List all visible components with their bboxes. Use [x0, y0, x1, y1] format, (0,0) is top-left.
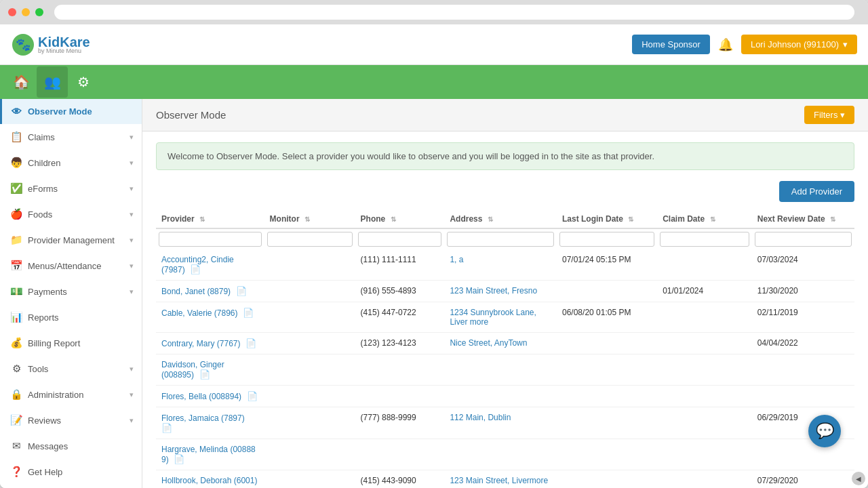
home-nav-button[interactable]: 🏠: [5, 66, 37, 98]
filters-button[interactable]: Filters ▾: [804, 106, 854, 124]
sidebar-item-eforms[interactable]: ✅ eForms ▾: [0, 176, 142, 201]
table-row: Cable, Valerie (7896) 📄(415) 447-0722123…: [156, 302, 854, 333]
claim-date-cell: [657, 354, 752, 386]
table-row: Bond, Janet (8879) 📄(916) 555-4893123 Ma…: [156, 281, 854, 302]
observer-mode-alert: Welcome to Observer Mode. Select a provi…: [156, 142, 854, 170]
address-link[interactable]: Nice Street, AnyTown: [450, 338, 527, 348]
sidebar-item-get-help[interactable]: ❓ Get Help: [0, 459, 142, 485]
col-address[interactable]: Address ⇅: [444, 210, 557, 228]
provider-link[interactable]: Bond, Janet (8879): [161, 287, 231, 296]
tools-icon: ⚙: [10, 363, 22, 375]
main-layout: 👁 Observer Mode 📋 Claims ▾ 👦 Children ▾ …: [0, 99, 868, 488]
sidebar-item-payments[interactable]: 💵 Payments ▾: [0, 279, 142, 304]
payments-icon: 💵: [10, 285, 22, 298]
close-dot[interactable]: [8, 8, 16, 16]
last-login-cell: 07/01/24 05:15 PM: [557, 249, 657, 281]
people-nav-button[interactable]: 👥: [37, 66, 68, 98]
user-dropdown-button[interactable]: Lori Johnson (991100) ▾: [741, 35, 857, 54]
col-monitor[interactable]: Monitor ⇅: [264, 210, 355, 228]
add-provider-button[interactable]: Add Provider: [779, 181, 854, 202]
nav-icons-bar: 🏠 👥 ⚙: [0, 65, 868, 99]
phone-cell: [355, 386, 445, 407]
sidebar-item-provider-management[interactable]: 📁 Provider Management ▾: [0, 227, 142, 253]
claim-date-cell: [657, 386, 752, 407]
filter-provider-input[interactable]: [159, 232, 262, 247]
sidebar-item-label: Reviews: [28, 415, 61, 426]
content-area: Observer Mode Filters ▾ Welcome to Obser…: [142, 99, 868, 488]
provider-link[interactable]: Cable, Valerie (7896): [161, 308, 238, 318]
filter-phone-input[interactable]: [358, 232, 442, 247]
table-row: Flores, Bella (008894) 📄: [156, 386, 854, 407]
document-icon: 📄: [233, 286, 247, 296]
monitor-cell: [264, 354, 355, 386]
reviews-icon: 📝: [10, 414, 22, 426]
phone-cell: [355, 354, 445, 386]
last-login-cell: 06/08/20 01:05 PM: [557, 302, 657, 333]
settings-nav-button[interactable]: ⚙: [68, 66, 99, 98]
filter-next-review-input[interactable]: [755, 232, 852, 247]
menus-icon: 📅: [10, 260, 22, 272]
filter-last-login-input[interactable]: [559, 232, 654, 247]
sidebar-item-foods[interactable]: 🍎 Foods ▾: [0, 201, 142, 227]
address-link[interactable]: 112 Main, Dublin: [450, 413, 511, 422]
chat-fab-button[interactable]: 💬: [808, 415, 841, 447]
claims-icon: 📋: [10, 131, 22, 143]
phone-cell: (111) 111-1111: [355, 249, 445, 281]
filter-monitor-input[interactable]: [267, 232, 353, 247]
sidebar-item-messages[interactable]: ✉ Messages: [0, 433, 142, 459]
home-sponsor-button[interactable]: Home Sponsor: [632, 35, 710, 54]
last-login-cell: [557, 354, 657, 386]
sidebar-item-billing-report[interactable]: 💰 Billing Report: [0, 330, 142, 356]
provider-link[interactable]: Flores, Bella (008894): [161, 392, 241, 401]
sidebar-item-claims[interactable]: 📋 Claims ▾: [0, 124, 142, 150]
document-icon: 📄: [197, 369, 210, 380]
eforms-icon: ✅: [10, 182, 22, 195]
next-review-date-cell: 07/03/2024: [752, 249, 854, 281]
col-claim-date[interactable]: Claim Date ⇅: [657, 210, 752, 228]
provider-link[interactable]: Contrary, Mary (7767): [161, 339, 240, 348]
address-link[interactable]: 123 Main Street, Livermore: [450, 476, 548, 485]
table-row: Hargrave, Melinda (00888 9) 📄: [156, 439, 854, 470]
minimize-dot[interactable]: [22, 8, 30, 16]
url-bar[interactable]: [54, 5, 854, 20]
sidebar-item-label: Menus/Attendance: [28, 261, 101, 271]
last-login-cell: [557, 281, 657, 302]
monitor-cell: [264, 281, 355, 302]
filter-address-input[interactable]: [447, 232, 554, 247]
table-row: Flores, Jamaica (7897) 📄(777) 888-999911…: [156, 407, 854, 439]
claim-date-cell: 01/01/2024: [657, 281, 752, 302]
provider-link[interactable]: Hollbrook, Deborah (6001): [161, 476, 257, 485]
chevron-down-icon: ▾: [130, 236, 134, 245]
sidebar-item-reports[interactable]: 📊 Reports: [0, 304, 142, 330]
sidebar-item-reviews[interactable]: 📝 Reviews ▾: [0, 407, 142, 433]
next-review-date-cell: [752, 386, 854, 407]
maximize-dot[interactable]: [35, 8, 43, 16]
address-link[interactable]: 1234 Sunnybrook Lane, Liver more: [450, 308, 536, 327]
chevron-down-icon: ▾: [130, 390, 134, 399]
provider-link[interactable]: Davidson, Ginger (008895): [161, 360, 224, 380]
address-link[interactable]: 1, a: [450, 255, 463, 264]
monitor-cell: [264, 439, 355, 470]
sidebar-item-tools[interactable]: ⚙ Tools ▾: [0, 356, 142, 382]
document-icon: 📄: [161, 423, 172, 433]
provider-link[interactable]: Flores, Jamaica (7897): [161, 413, 245, 423]
last-login-cell: [557, 407, 657, 439]
sidebar-item-label: Messages: [28, 441, 68, 451]
sidebar-item-label: Foods: [28, 209, 52, 220]
next-review-date-cell: [752, 439, 854, 470]
sidebar-item-observer-mode[interactable]: 👁 Observer Mode: [0, 99, 142, 124]
filter-claim-date-input[interactable]: [660, 232, 749, 247]
sidebar-item-children[interactable]: 👦 Children ▾: [0, 150, 142, 176]
address-link[interactable]: 123 Main Street, Fresno: [450, 286, 537, 296]
bell-icon[interactable]: 🔔: [718, 37, 733, 52]
col-phone[interactable]: Phone ⇅: [355, 210, 445, 228]
chevron-down-icon: ▾: [130, 262, 134, 270]
phone-cell: [355, 439, 445, 470]
sidebar-item-administration[interactable]: 🔒 Administration ▾: [0, 382, 142, 407]
col-last-login-date[interactable]: Last Login Date ⇅: [557, 210, 657, 228]
chevron-down-icon: ▾: [130, 159, 134, 167]
sidebar-item-menus-attendance[interactable]: 📅 Menus/Attendance ▾: [0, 253, 142, 279]
col-provider[interactable]: Provider ⇅: [156, 210, 264, 228]
table-row: Davidson, Ginger (008895) 📄: [156, 354, 854, 386]
col-next-review-date[interactable]: Next Review Date ⇅: [752, 210, 854, 228]
